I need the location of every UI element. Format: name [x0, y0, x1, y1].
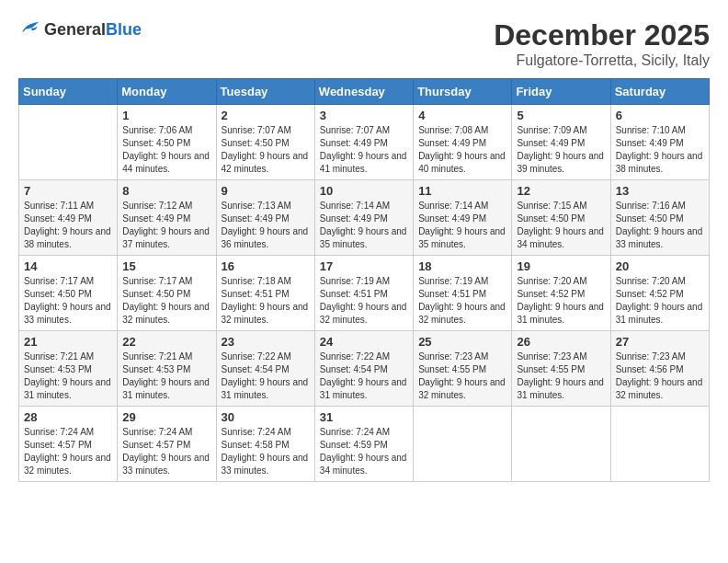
day-number: 10 [320, 184, 408, 198]
logo-blue: Blue [106, 20, 142, 39]
calendar-cell: 20Sunrise: 7:20 AMSunset: 4:52 PMDayligh… [610, 256, 709, 331]
day-info: Sunrise: 7:11 AMSunset: 4:49 PMDaylight:… [24, 200, 112, 251]
calendar-cell: 23Sunrise: 7:22 AMSunset: 4:54 PMDayligh… [216, 331, 314, 407]
header: GeneralBlue December 2025 Fulgatore-Torr… [18, 18, 710, 69]
day-number: 13 [616, 184, 704, 198]
day-number: 1 [122, 109, 210, 122]
day-info: Sunrise: 7:18 AMSunset: 4:51 PMDaylight:… [222, 275, 310, 327]
calendar-cell: 31Sunrise: 7:24 AMSunset: 4:59 PMDayligh… [314, 407, 413, 482]
calendar-cell: 9Sunrise: 7:13 AMSunset: 4:49 PMDaylight… [216, 180, 314, 256]
day-number: 30 [222, 410, 310, 424]
calendar-cell: 14Sunrise: 7:17 AMSunset: 4:50 PMDayligh… [19, 256, 118, 331]
day-number: 9 [222, 184, 310, 198]
day-info: Sunrise: 7:14 AMSunset: 4:49 PMDaylight:… [418, 200, 506, 251]
calendar-week-row: 21Sunrise: 7:21 AMSunset: 4:53 PMDayligh… [19, 331, 710, 407]
day-number: 2 [222, 109, 310, 122]
day-number: 11 [418, 184, 506, 198]
calendar-cell: 3Sunrise: 7:07 AMSunset: 4:49 PMDaylight… [314, 105, 413, 180]
location-title: Fulgatore-Torretta, Sicily, Italy [494, 52, 710, 69]
day-number: 25 [418, 335, 506, 349]
calendar-cell: 13Sunrise: 7:16 AMSunset: 4:50 PMDayligh… [610, 180, 709, 256]
calendar-cell: 2Sunrise: 7:07 AMSunset: 4:50 PMDaylight… [216, 105, 314, 180]
day-info: Sunrise: 7:07 AMSunset: 4:50 PMDaylight:… [222, 124, 310, 176]
day-number: 31 [320, 410, 408, 424]
calendar-cell: 10Sunrise: 7:14 AMSunset: 4:49 PMDayligh… [314, 180, 413, 256]
calendar-cell: 25Sunrise: 7:23 AMSunset: 4:55 PMDayligh… [414, 331, 512, 407]
calendar-header-monday: Monday [118, 79, 216, 105]
day-number: 14 [24, 259, 112, 273]
calendar-week-row: 1Sunrise: 7:06 AMSunset: 4:50 PMDaylight… [19, 105, 710, 180]
calendar-cell: 6Sunrise: 7:10 AMSunset: 4:49 PMDaylight… [610, 105, 709, 180]
day-info: Sunrise: 7:14 AMSunset: 4:49 PMDaylight:… [320, 200, 408, 251]
day-info: Sunrise: 7:16 AMSunset: 4:50 PMDaylight:… [616, 200, 704, 251]
day-number: 28 [24, 410, 112, 424]
day-number: 12 [517, 184, 605, 198]
logo-text: GeneralBlue [44, 20, 142, 40]
day-info: Sunrise: 7:20 AMSunset: 4:52 PMDaylight:… [517, 275, 605, 327]
day-info: Sunrise: 7:07 AMSunset: 4:49 PMDaylight:… [320, 124, 408, 176]
month-title: December 2025 [494, 18, 710, 52]
calendar-header-saturday: Saturday [610, 79, 709, 105]
logo-general: General [44, 20, 106, 39]
day-number: 3 [320, 109, 408, 122]
calendar-cell: 29Sunrise: 7:24 AMSunset: 4:57 PMDayligh… [118, 407, 216, 482]
day-info: Sunrise: 7:23 AMSunset: 4:56 PMDaylight:… [616, 350, 704, 402]
calendar-cell [512, 407, 610, 482]
calendar-cell: 1Sunrise: 7:06 AMSunset: 4:50 PMDaylight… [118, 105, 216, 180]
day-info: Sunrise: 7:19 AMSunset: 4:51 PMDaylight:… [418, 275, 506, 327]
calendar-cell: 26Sunrise: 7:23 AMSunset: 4:55 PMDayligh… [512, 331, 610, 407]
day-info: Sunrise: 7:12 AMSunset: 4:49 PMDaylight:… [122, 200, 210, 251]
day-info: Sunrise: 7:23 AMSunset: 4:55 PMDaylight:… [418, 350, 506, 402]
day-number: 24 [320, 335, 408, 349]
day-number: 20 [616, 259, 704, 273]
calendar-cell: 19Sunrise: 7:20 AMSunset: 4:52 PMDayligh… [512, 256, 610, 331]
calendar-cell: 30Sunrise: 7:24 AMSunset: 4:58 PMDayligh… [216, 407, 314, 482]
day-info: Sunrise: 7:10 AMSunset: 4:49 PMDaylight:… [616, 124, 704, 176]
day-info: Sunrise: 7:06 AMSunset: 4:50 PMDaylight:… [122, 124, 210, 176]
day-number: 17 [320, 259, 408, 273]
day-info: Sunrise: 7:17 AMSunset: 4:50 PMDaylight:… [122, 275, 210, 327]
day-info: Sunrise: 7:13 AMSunset: 4:49 PMDaylight:… [222, 200, 310, 251]
calendar-cell: 24Sunrise: 7:22 AMSunset: 4:54 PMDayligh… [314, 331, 413, 407]
calendar-cell [19, 105, 118, 180]
calendar-cell: 5Sunrise: 7:09 AMSunset: 4:49 PMDaylight… [512, 105, 610, 180]
calendar-cell: 15Sunrise: 7:17 AMSunset: 4:50 PMDayligh… [118, 256, 216, 331]
calendar-cell [610, 407, 709, 482]
calendar-cell: 17Sunrise: 7:19 AMSunset: 4:51 PMDayligh… [314, 256, 413, 331]
day-info: Sunrise: 7:24 AMSunset: 4:57 PMDaylight:… [122, 426, 210, 477]
day-info: Sunrise: 7:21 AMSunset: 4:53 PMDaylight:… [24, 350, 112, 402]
calendar-week-row: 28Sunrise: 7:24 AMSunset: 4:57 PMDayligh… [19, 407, 710, 482]
day-number: 27 [616, 335, 704, 349]
calendar-cell: 18Sunrise: 7:19 AMSunset: 4:51 PMDayligh… [414, 256, 512, 331]
calendar-header-tuesday: Tuesday [216, 79, 314, 105]
day-info: Sunrise: 7:21 AMSunset: 4:53 PMDaylight:… [122, 350, 210, 402]
calendar-cell: 8Sunrise: 7:12 AMSunset: 4:49 PMDaylight… [118, 180, 216, 256]
day-info: Sunrise: 7:20 AMSunset: 4:52 PMDaylight:… [616, 275, 704, 327]
day-number: 21 [24, 335, 112, 349]
day-number: 4 [418, 109, 506, 122]
day-number: 7 [24, 184, 112, 198]
calendar-week-row: 7Sunrise: 7:11 AMSunset: 4:49 PMDaylight… [19, 180, 710, 256]
day-info: Sunrise: 7:22 AMSunset: 4:54 PMDaylight:… [222, 350, 310, 402]
calendar-cell: 21Sunrise: 7:21 AMSunset: 4:53 PMDayligh… [19, 331, 118, 407]
calendar-cell: 27Sunrise: 7:23 AMSunset: 4:56 PMDayligh… [610, 331, 709, 407]
calendar-cell: 16Sunrise: 7:18 AMSunset: 4:51 PMDayligh… [216, 256, 314, 331]
day-info: Sunrise: 7:22 AMSunset: 4:54 PMDaylight:… [320, 350, 408, 402]
calendar-cell: 12Sunrise: 7:15 AMSunset: 4:50 PMDayligh… [512, 180, 610, 256]
day-info: Sunrise: 7:24 AMSunset: 4:58 PMDaylight:… [222, 426, 310, 477]
calendar-cell: 4Sunrise: 7:08 AMSunset: 4:49 PMDaylight… [414, 105, 512, 180]
calendar-cell: 11Sunrise: 7:14 AMSunset: 4:49 PMDayligh… [414, 180, 512, 256]
day-number: 18 [418, 259, 506, 273]
day-info: Sunrise: 7:23 AMSunset: 4:55 PMDaylight:… [517, 350, 605, 402]
day-number: 8 [122, 184, 210, 198]
calendar-header-wednesday: Wednesday [314, 79, 413, 105]
calendar-cell: 28Sunrise: 7:24 AMSunset: 4:57 PMDayligh… [19, 407, 118, 482]
day-info: Sunrise: 7:19 AMSunset: 4:51 PMDaylight:… [320, 275, 408, 327]
day-info: Sunrise: 7:24 AMSunset: 4:59 PMDaylight:… [320, 426, 408, 477]
calendar-header-friday: Friday [512, 79, 610, 105]
calendar-header-sunday: Sunday [19, 79, 118, 105]
logo-icon [18, 18, 40, 40]
title-area: December 2025 Fulgatore-Torretta, Sicily… [494, 18, 710, 69]
day-number: 23 [222, 335, 310, 349]
day-number: 19 [517, 259, 605, 273]
